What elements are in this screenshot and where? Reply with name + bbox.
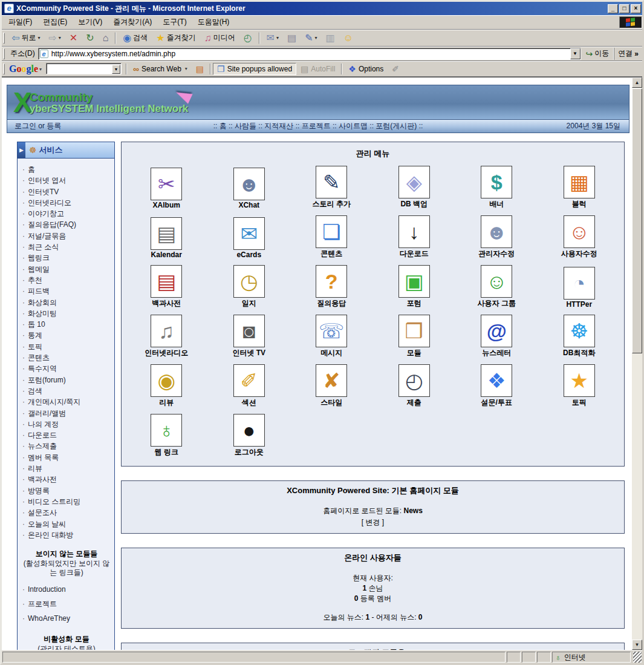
sidebar-item[interactable]: 인터넷라디오 [21, 197, 112, 208]
admin-item-newsletter[interactable]: @ 뉴스레터 [455, 310, 538, 358]
admin-item-forums[interactable]: ▣ 포럼 [373, 261, 456, 309]
admin-item-httper[interactable]: ◔ HTTPer [538, 261, 621, 309]
sidebar-item[interactable]: 포럼(forum) [21, 375, 112, 385]
options-button[interactable]: ❖ Options [344, 63, 388, 75]
scroll-up-button[interactable]: ▲ [632, 77, 642, 88]
sidebar-item[interactable]: 나의 계정 [21, 419, 112, 430]
sidebar-item[interactable]: 질의응답(FAQ) [21, 219, 112, 230]
close-button[interactable]: × [631, 4, 641, 13]
sidebar-item[interactable]: 저널/글묶음 [21, 231, 112, 241]
sidebar-item[interactable]: 온라인 대화방 [21, 529, 112, 540]
home-button[interactable]: ⌂ [99, 31, 113, 45]
address-input[interactable] [50, 49, 570, 59]
resize-grip[interactable] [633, 652, 642, 663]
google-bar-grip[interactable] [3, 64, 5, 74]
admin-item-ecards[interactable]: ✉ eCards [208, 211, 291, 259]
admin-item-kalendar[interactable]: ▤ Kalendar [125, 211, 208, 259]
favorites-button[interactable]: ★ 즐겨찾기 [152, 31, 200, 45]
admin-item-edit-admins[interactable]: ☻ 관리자수정 [455, 211, 538, 259]
sidebar-item[interactable]: 특수지역 [21, 363, 112, 374]
sidebar-item[interactable]: 추천 [21, 275, 112, 286]
vertical-scrollbar[interactable]: ▲ ▼ [632, 77, 642, 650]
admin-item-banners[interactable]: $ 배너 [455, 162, 538, 209]
admin-item-blocks[interactable]: ▦ 블럭 [538, 162, 621, 209]
services-header[interactable]: ▶ ☸ 서비스 [18, 142, 114, 159]
edit-button[interactable]: ✎ ▾ [301, 31, 321, 45]
menu-tools[interactable]: 도구(T) [157, 15, 192, 29]
toolbar-separator[interactable] [259, 32, 260, 44]
address-field[interactable]: e ▼ [38, 48, 581, 60]
sidebar-item[interactable]: 방명록 [21, 485, 112, 496]
admin-item-xalbum[interactable]: ✂ XAlbum [125, 162, 208, 209]
sidebar-item[interactable]: 홈 [21, 164, 112, 175]
google-search-dropdown[interactable]: ▼ [112, 65, 120, 74]
nav-links[interactable]: :: 홈 :: 사람들 :: 지적재산 :: 프로젝트 :: 사이트맵 :: 포… [7, 121, 629, 131]
links-button[interactable]: 연결 » [614, 48, 642, 60]
admin-item-internet-radio[interactable]: ♫ 인터넷라디오 [125, 310, 208, 358]
admin-item-web-links[interactable]: ♁ 웹 링크 [125, 410, 208, 457]
highlighter-button[interactable]: ✐ [388, 63, 403, 75]
admin-item-encyclopedia[interactable]: ▤ 백과사전 [125, 261, 208, 309]
address-bar-grip[interactable] [3, 48, 5, 59]
admin-item-download[interactable]: ↓ 다운로드 [373, 211, 456, 259]
menu-view[interactable]: 보기(V) [73, 15, 108, 29]
admin-item-db-optimize[interactable]: ☸ DB최적화 [538, 310, 621, 358]
sidebar-item[interactable]: 콘텐츠 [21, 352, 112, 363]
admin-item-messages[interactable]: ☏ 메시지 [290, 310, 373, 358]
sidebar-item[interactable]: 오늘의 날씨 [21, 519, 112, 529]
admin-item-add-story[interactable]: ✎ 스토리 추가 [290, 162, 373, 209]
google-logo[interactable]: Google ▾ [7, 64, 44, 74]
sidebar-item[interactable]: 뉴스제출 [21, 441, 112, 451]
refresh-button[interactable]: ↻ [82, 31, 98, 45]
admin-item-styles[interactable]: ✘ 스타일 [290, 360, 373, 408]
sidebar-item[interactable]: 최근 소식 [21, 241, 112, 252]
address-dropdown-button[interactable]: ▼ [570, 48, 581, 59]
minimize-button[interactable]: _ [608, 4, 618, 13]
menu-edit[interactable]: 편집(E) [37, 15, 73, 29]
sidebar-item[interactable]: WhoAreThey [21, 611, 112, 626]
sidebar-item[interactable]: 다운로드 [21, 430, 112, 441]
history-button[interactable]: ◴ [239, 31, 256, 45]
admin-item-logout[interactable]: ● 로그아웃 [208, 410, 291, 457]
sidebar-item[interactable]: 화상회의 [21, 297, 112, 308]
sidebar-item[interactable]: 비디오 스트리밍 [21, 496, 112, 507]
back-button[interactable]: ⇦ 뒤로 ▾ [7, 31, 44, 45]
sidebar-item[interactable]: 인터넷 엽서 [21, 175, 112, 186]
sidebar-item[interactable]: Introduction [21, 582, 112, 597]
forward-button[interactable]: ⇨ ▾ [44, 31, 65, 45]
sidebar-item[interactable]: 백과사전 [21, 474, 112, 485]
sidebar-item[interactable]: 피드백 [21, 286, 112, 296]
sidebar-item[interactable]: 갤러리/앨범 [21, 408, 112, 419]
admin-item-edit-users[interactable]: ☺ 사용자수정 [538, 211, 621, 259]
admin-item-xchat[interactable]: ☻ XChat [208, 162, 291, 209]
admin-item-db-backup[interactable]: ◈ DB 백업 [373, 162, 456, 209]
sidebar-item[interactable]: 통계 [21, 330, 112, 341]
toolbar-grip[interactable] [3, 33, 5, 44]
messenger-button[interactable]: ☺ [339, 31, 357, 45]
scroll-down-button[interactable]: ▼ [632, 640, 642, 650]
sidebar-item[interactable]: 리뷰 [21, 463, 112, 474]
change-module-link[interactable]: [ 변경 ] [125, 517, 620, 528]
sidebar-item[interactable]: 검색 [21, 385, 112, 396]
admin-item-internet-tv[interactable]: ◙ 인터넷 TV [208, 310, 291, 358]
sidebar-item[interactable]: 개인메시지/쪽지 [21, 396, 112, 407]
sidebar-item[interactable]: 멤버 목록 [21, 452, 112, 463]
admin-item-journal[interactable]: ◷ 일지 [208, 261, 291, 309]
page-info-button[interactable]: ▤ [192, 63, 208, 75]
sidebar-item[interactable]: 웹링크 [21, 252, 112, 263]
maximize-button[interactable]: □ [619, 4, 629, 13]
admin-item-surveys[interactable]: ❖ 설문/투표 [455, 360, 538, 408]
sidebar-item[interactable]: 프로젝트 [21, 597, 112, 611]
go-button[interactable]: ↪ 이동 [581, 47, 614, 60]
discuss-button[interactable]: ▥ [322, 31, 339, 45]
admin-item-reviews[interactable]: ◉ 리뷰 [125, 360, 208, 408]
sidebar-item[interactable]: 설문조사 [21, 507, 112, 518]
admin-item-modules[interactable]: ❒ 모듈 [373, 310, 456, 358]
sidebar-item[interactable]: 인터넷TV [21, 186, 112, 197]
admin-item-topics[interactable]: ★ 토픽 [538, 360, 621, 408]
google-search-input[interactable] [46, 63, 122, 74]
search-web-button[interactable]: ∞ Search Web ▾ [129, 63, 192, 75]
admin-item-submissions[interactable]: ◴ 제출 [373, 360, 456, 408]
media-button[interactable]: ♫ 미디어 [200, 31, 239, 45]
sidebar-item[interactable]: 화상미팅 [21, 308, 112, 319]
